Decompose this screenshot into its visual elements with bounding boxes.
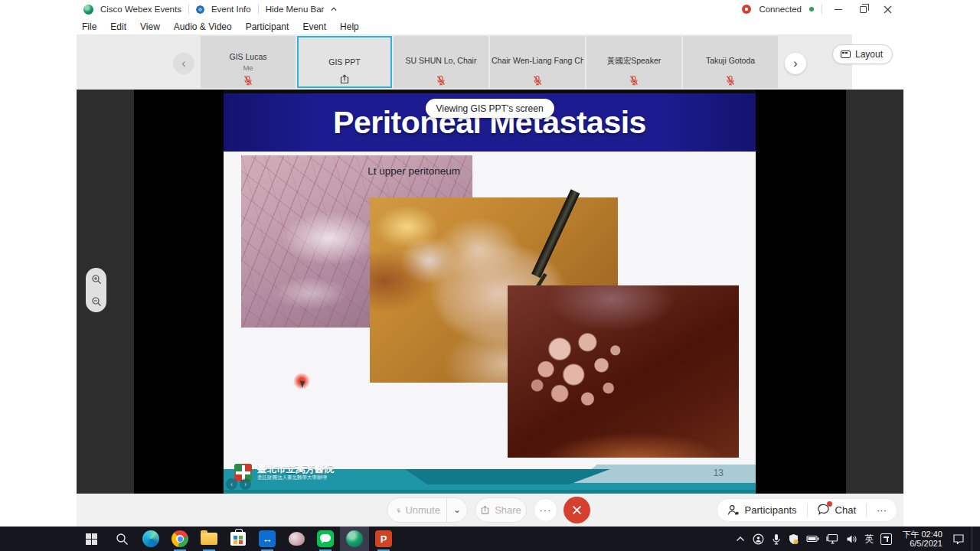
footer-bottom-strip bbox=[224, 490, 756, 494]
clock-time: 下午 02:40 bbox=[902, 530, 942, 540]
chevron-up-icon[interactable] bbox=[331, 6, 337, 12]
shared-screen-stage: Peritoneal Metastasis Viewing GIS PPT's … bbox=[77, 90, 903, 494]
ime-language-indicator[interactable]: 英 bbox=[864, 533, 874, 546]
meet-now-icon[interactable] bbox=[752, 533, 765, 545]
participant-thumbnail-wen-liang-fang[interactable]: Chair Wen-Liang Fang Chair bbox=[490, 36, 585, 88]
divider bbox=[258, 5, 259, 14]
menu-event[interactable]: Event bbox=[302, 21, 326, 32]
layout-button[interactable]: Layout bbox=[832, 44, 893, 64]
zoom-out-button[interactable] bbox=[91, 296, 102, 307]
slide-prev-button[interactable]: ‹ bbox=[226, 478, 237, 490]
event-info-icon bbox=[196, 5, 204, 14]
hide-menu-bar-button[interactable]: Hide Menu Bar bbox=[266, 5, 325, 14]
network-display-icon[interactable] bbox=[826, 533, 839, 544]
start-button[interactable] bbox=[77, 527, 106, 551]
unmute-button[interactable]: Unmute ⌄ bbox=[387, 497, 468, 523]
minimize-button[interactable] bbox=[830, 2, 847, 16]
filmstrip-next-button[interactable]: › bbox=[785, 53, 806, 74]
connection-status: Connected bbox=[759, 5, 802, 14]
taskbar-store-icon[interactable] bbox=[224, 527, 253, 551]
taskbar-powerpoint-icon[interactable]: P bbox=[369, 527, 398, 551]
microphone-tray-icon[interactable] bbox=[772, 533, 781, 545]
slide-footer: 13 臺北市立萬芳醫院 委託財團法人臺北醫學大學辦理 ‹ › bbox=[224, 463, 756, 494]
taskbar-unknown-app-icon[interactable] bbox=[282, 527, 311, 551]
menu-participant[interactable]: Participant bbox=[246, 21, 289, 32]
participant-name: Takuji Gotoda bbox=[684, 56, 776, 65]
mic-muted-icon bbox=[533, 75, 542, 86]
close-button[interactable] bbox=[879, 2, 896, 16]
taskbar-teamviewer-icon[interactable]: ↔ bbox=[253, 527, 282, 551]
battery-icon[interactable] bbox=[806, 534, 819, 543]
taskbar-line-icon[interactable] bbox=[311, 527, 340, 551]
taskbar-file-explorer-icon[interactable] bbox=[194, 527, 224, 551]
mic-muted-icon bbox=[726, 75, 735, 86]
shared-presentation-slide: Peritoneal Metastasis Viewing GIS PPT's … bbox=[224, 90, 756, 494]
slide-page-number: 13 bbox=[714, 468, 724, 478]
footer-light-band bbox=[573, 465, 756, 483]
zoom-controls bbox=[86, 268, 106, 312]
close-icon bbox=[884, 5, 892, 14]
menu-file[interactable]: File bbox=[82, 21, 96, 32]
participant-name: 黃國宏Speaker bbox=[588, 56, 680, 67]
restore-button[interactable] bbox=[854, 2, 871, 16]
volume-icon[interactable] bbox=[846, 534, 858, 544]
ime-mode-icon[interactable] bbox=[880, 533, 892, 545]
menu-audio-video[interactable]: Audio & Video bbox=[174, 21, 232, 32]
event-info-button[interactable]: Event Info bbox=[211, 5, 251, 14]
chat-notification-dot bbox=[827, 501, 832, 507]
screen-share-icon bbox=[339, 74, 350, 84]
participant-name: GIS Lucas bbox=[202, 52, 294, 61]
audio-options-button[interactable]: ⌄ bbox=[446, 498, 467, 522]
laser-pointer-dot bbox=[293, 373, 310, 390]
participant-thumbnail-takuji-gotoda[interactable]: Takuji Gotoda bbox=[683, 36, 778, 88]
security-shield-icon[interactable] bbox=[788, 533, 799, 545]
share-button[interactable]: Share bbox=[475, 497, 527, 523]
windows-logo-icon bbox=[86, 533, 97, 545]
filmstrip-prev-button[interactable]: ‹ bbox=[173, 53, 194, 74]
mic-muted-icon bbox=[243, 75, 253, 86]
surgical-photo-nodules bbox=[508, 285, 739, 458]
participant-thumbnail-speaker[interactable]: 黃國宏Speaker bbox=[586, 36, 681, 88]
windows-taskbar: ↔ P 英 下午 02:40 6/5/2021 bbox=[0, 527, 980, 551]
participant-thumbnail-su-shun-lo[interactable]: SU SHUN Lo, Chair bbox=[394, 36, 488, 88]
action-center-icon[interactable] bbox=[952, 533, 965, 544]
show-desktop-button[interactable] bbox=[972, 527, 975, 551]
stage-right-panel bbox=[846, 90, 903, 494]
menu-help[interactable]: Help bbox=[340, 21, 359, 32]
more-options-button[interactable]: ··· bbox=[534, 498, 557, 522]
share-icon bbox=[480, 505, 490, 515]
taskbar-edge-icon[interactable] bbox=[136, 527, 165, 551]
taskbar-webex-icon[interactable] bbox=[340, 527, 369, 551]
desktop-background-left bbox=[0, 0, 77, 527]
photo-caption: Lt upper peritoneum bbox=[368, 165, 460, 177]
chat-button[interactable]: Chat bbox=[808, 499, 866, 521]
slide-next-button[interactable]: › bbox=[240, 478, 251, 490]
taskbar-chrome-icon[interactable] bbox=[165, 527, 194, 551]
hospital-name: 臺北市立萬芳醫院 bbox=[257, 465, 334, 474]
menu-edit[interactable]: Edit bbox=[110, 21, 126, 32]
leave-event-button[interactable] bbox=[564, 497, 590, 523]
title-bar: Cisco Webex Events Event Info Hide Menu … bbox=[77, 0, 903, 18]
participant-thumbnail-gis-lucas[interactable]: GIS Lucas Me bbox=[201, 36, 296, 88]
divider bbox=[188, 5, 189, 14]
participant-thumbnail-gis-ppt[interactable]: GIS PPT bbox=[297, 36, 392, 88]
close-icon bbox=[572, 505, 582, 515]
hidden-icons-button[interactable] bbox=[736, 536, 745, 542]
menu-view[interactable]: View bbox=[140, 21, 160, 32]
taskbar-clock[interactable]: 下午 02:40 6/5/2021 bbox=[899, 530, 946, 549]
participant-me-label: Me bbox=[201, 64, 296, 72]
zoom-in-button[interactable] bbox=[91, 274, 102, 285]
system-tray: 英 下午 02:40 6/5/2021 bbox=[736, 527, 975, 551]
taskbar-search-button[interactable] bbox=[107, 527, 136, 551]
mic-muted-icon bbox=[436, 75, 446, 86]
participant-name: SU SHUN Lo, Chair bbox=[395, 56, 487, 65]
more-panels-button[interactable]: ··· bbox=[867, 499, 897, 521]
participants-button[interactable]: Participants bbox=[717, 499, 807, 521]
participants-icon bbox=[727, 504, 740, 516]
divider bbox=[822, 5, 822, 14]
layout-button-label: Layout bbox=[855, 49, 883, 60]
share-label: Share bbox=[495, 504, 521, 516]
participants-label: Participants bbox=[745, 504, 797, 516]
layout-grid-icon bbox=[841, 51, 851, 58]
clock-date: 6/5/2021 bbox=[902, 539, 942, 549]
